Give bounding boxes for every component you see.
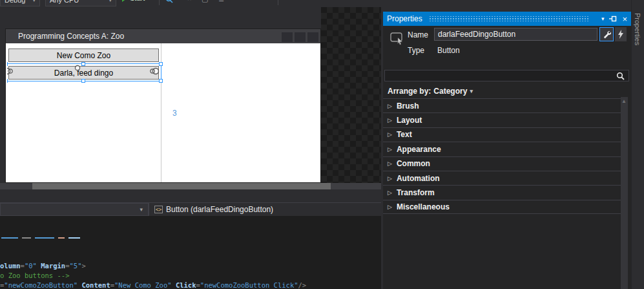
minimize-button[interactable] bbox=[282, 32, 293, 42]
expander-icon[interactable]: ▷ bbox=[388, 103, 392, 109]
main-toolbar: Debug ▾ Any CPU ▾ Start ▾ × ▢ ≣ — — ↶ ↷ bbox=[0, 0, 644, 7]
window-position-icon[interactable]: ▾ bbox=[601, 16, 605, 22]
undo-icon[interactable]: ↶ bbox=[284, 0, 290, 3]
category-row-text[interactable]: ▷Text bbox=[383, 127, 621, 142]
category-label: Miscellaneous bbox=[397, 202, 450, 211]
margin-anchor-icon[interactable] bbox=[7, 67, 15, 76]
members-dropdown[interactable]: <> Button (darlaFeedDingoButton) bbox=[149, 203, 273, 216]
expander-icon[interactable]: ▷ bbox=[388, 175, 392, 182]
debug-config-label: Debug bbox=[5, 0, 25, 4]
center-anchor-icon[interactable] bbox=[74, 65, 81, 71]
toolbar-separator bbox=[278, 0, 278, 5]
text-fragment bbox=[1, 237, 18, 239]
properties-body: Name Type Button Arrange bbox=[383, 26, 631, 289]
code-token: o Zoo buttons --> bbox=[0, 272, 69, 279]
titlebar-grip bbox=[429, 16, 590, 21]
types-dropdown[interactable]: ▾ bbox=[0, 203, 149, 216]
expander-icon[interactable]: ▷ bbox=[388, 204, 392, 210]
properties-search-box[interactable] bbox=[384, 70, 629, 81]
code-token: > bbox=[81, 262, 85, 270]
redo-icon[interactable]: ↷ bbox=[298, 0, 304, 3]
chevron-down-icon[interactable]: ▾ bbox=[178, 0, 181, 1]
wrench-icon bbox=[602, 30, 611, 39]
code-token: olumn bbox=[0, 262, 21, 270]
code-token: "0" bbox=[25, 262, 37, 270]
type-value: Button bbox=[437, 46, 460, 55]
properties-mode-button[interactable] bbox=[599, 27, 614, 41]
close-button[interactable] bbox=[307, 32, 318, 42]
platform-dropdown[interactable]: Any CPU ▾ bbox=[45, 0, 116, 6]
category-row-layout[interactable]: ▷Layout bbox=[383, 112, 621, 127]
close-icon[interactable]: × bbox=[622, 15, 627, 23]
code-token: Margin bbox=[41, 262, 65, 270]
expander-icon[interactable]: ▷ bbox=[388, 131, 392, 138]
resize-handle[interactable] bbox=[81, 79, 85, 83]
designer-artboard: Programming Concepts A: Zoo New Como Zoo… bbox=[0, 7, 381, 183]
xaml-code-editor[interactable]: olumn="0" Margin="5">o Zoo buttons -->="… bbox=[0, 216, 381, 289]
properties-side-tab[interactable]: Properties bbox=[634, 13, 641, 45]
design-button-newcomozoo[interactable]: New Como Zoo bbox=[8, 48, 159, 62]
code-lines: olumn="0" Margin="5">o Zoo buttons -->="… bbox=[0, 259, 381, 289]
designer-horizontal-scrollbar[interactable] bbox=[0, 183, 381, 189]
expander-icon[interactable]: ▷ bbox=[388, 146, 392, 153]
clear-icon[interactable]: × bbox=[187, 0, 191, 3]
open-file-icon[interactable]: ≣ bbox=[218, 0, 224, 3]
category-row-automation[interactable]: ▷Automation bbox=[383, 171, 621, 185]
text-fragment bbox=[58, 237, 65, 239]
text-fragment bbox=[35, 237, 54, 239]
chevron-down-icon: ▾ bbox=[140, 206, 143, 213]
code-token: "New Como Zoo" bbox=[114, 281, 172, 289]
selection-adorner[interactable] bbox=[7, 63, 161, 81]
right-tab-strip: Properties bbox=[631, 0, 644, 289]
pin-icon[interactable] bbox=[609, 16, 617, 22]
chevron-down-icon: ▾ bbox=[32, 0, 36, 3]
xaml-editor-pane: ▾ <> Button (darlaFeedDingoButton) olumn… bbox=[0, 202, 381, 289]
events-mode-button[interactable] bbox=[615, 27, 627, 41]
design-canvas[interactable]: New Como Zoo Darla, feed dingo bbox=[7, 43, 319, 182]
properties-panel: Properties ▾ × Name bbox=[383, 12, 631, 289]
search-input[interactable] bbox=[385, 72, 616, 80]
category-label: Layout bbox=[397, 116, 422, 125]
margin-anchor-icon[interactable] bbox=[149, 67, 160, 76]
name-input[interactable] bbox=[434, 28, 597, 41]
category-row-common[interactable]: ▷Common bbox=[383, 156, 621, 171]
resize-handle[interactable] bbox=[7, 79, 8, 83]
expander-icon[interactable]: ▷ bbox=[388, 160, 392, 167]
scroll-up-arrow-icon[interactable]: ▲ bbox=[621, 98, 627, 104]
category-label: Brush bbox=[397, 102, 419, 111]
search-icon[interactable] bbox=[165, 0, 173, 5]
resize-handle[interactable] bbox=[7, 62, 8, 66]
start-debug-button[interactable]: Start bbox=[121, 0, 145, 2]
resize-handle[interactable] bbox=[159, 62, 163, 66]
toolbar-separator bbox=[159, 0, 160, 5]
code-token: "newComoZooButton" bbox=[4, 281, 78, 289]
resize-handle[interactable] bbox=[81, 62, 85, 66]
code-token: Content bbox=[81, 281, 110, 289]
category-row-brush[interactable]: ▷Brush bbox=[383, 98, 621, 112]
save-icon[interactable]: — bbox=[243, 0, 250, 3]
new-file-icon[interactable]: ▢ bbox=[202, 0, 208, 3]
platform-label: Any CPU bbox=[50, 0, 79, 4]
code-token: /> bbox=[298, 281, 307, 289]
arrange-by-control[interactable]: Arrange by: Category ▾ bbox=[388, 87, 473, 96]
debug-config-dropdown[interactable]: Debug ▾ bbox=[0, 0, 40, 6]
category-row-miscellaneous[interactable]: ▷Miscellaneous bbox=[383, 200, 621, 214]
chevron-down-icon: ▾ bbox=[109, 0, 112, 3]
properties-vertical-scrollbar[interactable]: ▲ bbox=[621, 97, 628, 289]
editor-navigation-bar: ▾ <> Button (darlaFeedDingoButton) bbox=[0, 203, 381, 216]
design-button-label: New Como Zoo bbox=[57, 51, 110, 60]
code-token: Click bbox=[176, 281, 196, 289]
maximize-button[interactable] bbox=[295, 32, 306, 42]
arrange-by-value[interactable]: Category bbox=[433, 87, 467, 96]
properties-titlebar[interactable]: Properties ▾ × bbox=[383, 12, 631, 26]
scrollbar-thumb[interactable] bbox=[32, 183, 331, 189]
category-row-appearance[interactable]: ▷Appearance bbox=[383, 142, 621, 156]
search-icon[interactable] bbox=[616, 72, 625, 80]
resize-handle[interactable] bbox=[159, 79, 163, 83]
expander-icon[interactable]: ▷ bbox=[388, 189, 392, 196]
save-all-icon[interactable]: — bbox=[261, 0, 268, 3]
chevron-down-icon[interactable]: ▾ bbox=[310, 0, 313, 1]
expander-icon[interactable]: ▷ bbox=[388, 117, 392, 123]
category-row-transform[interactable]: ▷Transform bbox=[383, 185, 621, 199]
chevron-down-icon: ▾ bbox=[470, 88, 473, 94]
